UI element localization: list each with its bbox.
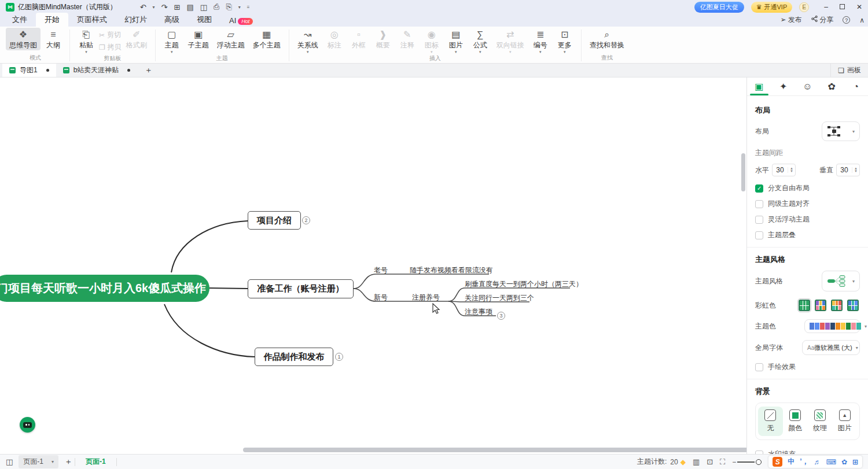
summary-button[interactable]: ❱ 概要 (372, 28, 395, 50)
document-tab-1[interactable]: 导图1 (2, 64, 56, 77)
page-dropdown[interactable]: 页面-1 ▾ (19, 455, 58, 468)
floating-topic-button[interactable]: ▱ 浮动主题 (214, 28, 248, 50)
format-painter-button[interactable]: ✐ 格式刷 (123, 28, 150, 50)
layout-dropdown[interactable]: ▾ (822, 121, 860, 141)
topic-vertical-browsing[interactable]: 刷垂直度每天一到两个小时（两三天） (465, 279, 583, 289)
background-image-option[interactable]: ▲ 图片 (832, 407, 857, 436)
find-replace-button[interactable]: ⌕ 查找和替换 (586, 28, 628, 50)
vertical-spacing-value[interactable]: 30 (837, 166, 852, 174)
collapse-ribbon-icon[interactable]: ∧ (859, 16, 865, 24)
paste-button[interactable]: ⎗ 粘贴 ▾ (75, 28, 98, 54)
zoom-track[interactable] (737, 461, 755, 463)
pages-view-icon[interactable]: ▥ (693, 457, 700, 466)
menu-page-style[interactable]: 页面样式 (68, 13, 116, 27)
ime-toolbox-icon[interactable]: ⊞ (852, 458, 858, 466)
minimize-button[interactable]: – (824, 3, 828, 11)
rainbow-option-1[interactable] (797, 298, 811, 312)
undo-caret-icon[interactable]: ▾ (153, 5, 155, 10)
keyboard-icon[interactable]: ⌨ (826, 458, 836, 466)
global-font-dropdown[interactable]: Aa 微软雅黑 (大) ▾ (802, 340, 860, 355)
checkbox-row-free-branch[interactable]: 分支自由布局 (755, 183, 860, 193)
page-tab-active[interactable]: 页面-1 (86, 457, 106, 467)
new-document-icon[interactable]: ⊞ (174, 3, 181, 12)
bidirectional-link-button[interactable]: ⇄ 双向链接 ▾ (493, 28, 528, 54)
rainbow-option-4[interactable] (846, 298, 860, 312)
add-page-button[interactable]: ＋ (64, 457, 72, 467)
sidebar-tab-ai[interactable]: ✦ (771, 77, 796, 95)
theme-color-dropdown[interactable]: ▾ (804, 319, 860, 333)
publish-button[interactable]: ➢ 发布 (780, 15, 801, 25)
mindmap-canvas[interactable]: 门项目每天听歌一小时月入6k傻瓜式操作 项目介绍 2 准备工作（账号注册） 作品… (0, 77, 746, 454)
topic-notes[interactable]: 注意事项 (465, 307, 492, 317)
share-button[interactable]: 分享 (811, 15, 833, 25)
zoom-handle[interactable] (756, 459, 762, 465)
export-caret-icon[interactable]: ▾ (238, 5, 241, 10)
rainbow-option-3[interactable] (830, 298, 844, 312)
collapse-badge-project-intro[interactable]: 2 (302, 216, 310, 224)
stepper-down-icon[interactable]: ▼ (790, 170, 793, 173)
topic-old-account-note[interactable]: 随手发布视频看看限流没有 (410, 265, 493, 275)
board-toggle-button[interactable]: ❏ 画板 (830, 64, 868, 77)
document-tab-2[interactable]: b站卖天涯神贴 (56, 64, 138, 77)
modified-dot-icon[interactable] (127, 69, 130, 72)
mic-icon[interactable]: ♬ (814, 458, 821, 466)
menu-home[interactable]: 开始 (36, 13, 68, 27)
picture-button[interactable]: ▤ 图片 ▾ (444, 28, 468, 54)
checkbox-row-topic-overlap[interactable]: 主题层叠 (755, 230, 860, 240)
gem-icon[interactable]: ◆ (681, 458, 686, 466)
topic-preparation[interactable]: 准备工作（账号注册） (248, 279, 354, 298)
print-icon[interactable]: ⎙ (214, 2, 219, 12)
topic-new-account[interactable]: 新号 (374, 293, 388, 302)
user-avatar[interactable]: E (799, 2, 809, 12)
relationship-button[interactable]: ↝ 关系线 ▾ (294, 28, 322, 54)
boundary-button[interactable]: ▫ 外框 (347, 28, 370, 50)
close-button[interactable]: ✕ (856, 3, 862, 11)
multiple-topics-button[interactable]: ▦ 多个主题 (249, 28, 284, 50)
sidebar-tab-theme[interactable]: ✿ (819, 77, 844, 95)
callout-button[interactable]: ◎ 标注 (323, 28, 346, 50)
central-topic[interactable]: 门项目每天听歌一小时月入6k傻瓜式操作 (0, 275, 209, 302)
collapse-badge-notes[interactable]: 3 (497, 312, 505, 320)
ime-skin-icon[interactable]: ✿ (841, 458, 847, 466)
page-panel-icon[interactable]: ◫ (6, 457, 13, 466)
horizontal-spacing-value[interactable]: 30 (773, 166, 788, 174)
checkbox-free-branch[interactable] (755, 184, 763, 193)
checkbox-flex-float[interactable] (755, 216, 763, 224)
customize-toolbar-icon[interactable]: ≡ (247, 5, 250, 10)
maximize-button[interactable] (840, 4, 845, 9)
sidebar-tab-layout[interactable]: ▣ (747, 77, 771, 95)
more-button[interactable]: ⊡ 更多 ▾ (553, 28, 576, 54)
promo-badge[interactable]: 亿图夏日大促 (694, 2, 744, 13)
checkbox-watermark[interactable] (755, 450, 763, 454)
topic-production-publish[interactable]: 作品制作和发布 (255, 348, 333, 366)
background-texture-option[interactable]: 纹理 (808, 407, 833, 436)
cut-button[interactable]: ✂ 剪切 (99, 30, 122, 40)
ime-symbol-icon[interactable]: ’， (800, 457, 808, 467)
zoom-out-icon[interactable]: − (732, 458, 736, 466)
subtopic-button[interactable]: ▣ 子主题 (185, 28, 212, 50)
new-tab-button[interactable]: ＋ (137, 64, 159, 77)
checkbox-hand-drawn[interactable] (755, 363, 763, 371)
background-none-option[interactable]: 无 (758, 407, 783, 436)
background-color-option[interactable]: 颜色 (783, 407, 808, 436)
save-icon[interactable]: ◫ (200, 3, 207, 12)
checkbox-sibling-align[interactable] (755, 200, 763, 208)
open-icon[interactable]: ▤ (186, 3, 193, 12)
theme-style-dropdown[interactable]: ▾ (822, 271, 860, 291)
icon-marker-button[interactable]: ◉ 图标 ▾ (420, 28, 443, 54)
ai-assistant-button[interactable] (20, 417, 35, 433)
vertical-spacing-stepper[interactable]: 30 ▲▼ (836, 164, 860, 176)
menu-advanced[interactable]: 高级 (156, 13, 188, 27)
vip-button[interactable]: ♛ 开通VIP (751, 2, 793, 13)
comment-button[interactable]: ✎ 注释 (396, 28, 419, 50)
export-icon[interactable]: ⎘ (226, 2, 231, 12)
modified-dot-icon[interactable] (46, 69, 49, 72)
copy-button[interactable]: ❐ 拷贝 (99, 42, 122, 52)
zoom-slider[interactable]: − (732, 458, 762, 466)
topic-register[interactable]: 注册养号 (412, 293, 440, 302)
formula-button[interactable]: ∑ 公式 ▾ (469, 28, 492, 54)
checkbox-row-sibling-align[interactable]: 同级主题对齐 (755, 199, 860, 209)
checkbox-row-flex-float[interactable]: 灵活浮动主题 (755, 215, 860, 224)
fit-canvas-icon[interactable]: ⊡ (707, 457, 713, 466)
topic-button[interactable]: ▢ 主题 ▾ (160, 28, 183, 54)
